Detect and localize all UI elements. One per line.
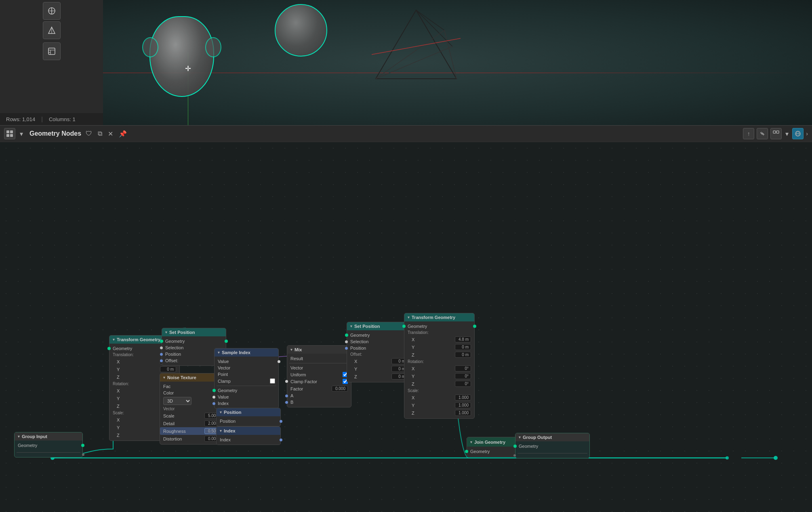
- toolbar-btn-1[interactable]: [43, 2, 61, 20]
- tg2-sx-label: X: [412, 395, 414, 400]
- sp2-ox-row: X 0 m: [347, 357, 411, 365]
- si-collapse[interactable]: ▾: [218, 350, 220, 355]
- tg2-geo-in: [402, 325, 406, 328]
- pin-icon[interactable]: 📌: [118, 129, 128, 139]
- toolbar-btn-2[interactable]: [43, 21, 61, 39]
- tg2-ry-row: Y 0°: [404, 372, 474, 380]
- tg1-rx-label: X: [117, 388, 120, 393]
- tg1-x-label: X: [117, 359, 120, 364]
- index-body: Index: [217, 435, 280, 445]
- tg1-sy-label: Y: [117, 425, 120, 430]
- join-collapse[interactable]: ▾: [470, 440, 472, 444]
- sp1-geo-out: [225, 340, 228, 343]
- upload-icon[interactable]: ↑: [743, 128, 754, 139]
- sp2-oz-row: Z 0 m: [347, 373, 411, 380]
- crosshair: ✛: [182, 63, 194, 75]
- noise-dist-label: Distortion: [163, 436, 182, 441]
- separator: |: [41, 116, 43, 122]
- sp1-collapse[interactable]: ▾: [165, 330, 167, 334]
- node-editor[interactable]: ▾ Group Input Geometry ▾ Transform Geome…: [0, 142, 812, 512]
- tg1-z-label: Z: [117, 375, 120, 380]
- svg-line-9: [416, 10, 444, 30]
- pos-collapse[interactable]: ▾: [220, 410, 222, 414]
- position-node: ▾ Position Position: [216, 408, 281, 426]
- svg-line-11: [376, 30, 444, 79]
- si-geo-row: Geometry: [215, 387, 278, 394]
- go-collapse[interactable]: ▾: [519, 435, 521, 439]
- group-input-header: ▾ Group Input: [15, 432, 82, 441]
- dropdown-arrow-icon[interactable]: ▾: [19, 129, 24, 139]
- position-body: Position: [217, 416, 280, 426]
- tg2-rz-label: Z: [412, 382, 414, 386]
- sp1-geo-row: Geometry: [162, 338, 226, 344]
- sp2-collapse[interactable]: ▾: [350, 324, 352, 328]
- tg2-rotation-label: Rotation:: [404, 359, 474, 365]
- collapse-icon-1[interactable]: ▾: [113, 338, 115, 342]
- go-geo-row: Geometry: [515, 443, 589, 449]
- tg1-ry-label: Y: [117, 396, 120, 401]
- idx-collapse[interactable]: ▾: [220, 429, 222, 433]
- svg-rect-18: [10, 134, 13, 137]
- group-input-node: ▾ Group Input Geometry: [14, 432, 83, 457]
- tg2-rx-val: 0°: [455, 365, 471, 371]
- tg2-collapse[interactable]: ▾: [408, 315, 410, 319]
- sp2-offset-label: Offset:: [350, 352, 362, 357]
- editor-type-btn[interactable]: [4, 128, 15, 139]
- sp2-pos-label: Position: [350, 346, 366, 350]
- tg2-rz-val: 0°: [455, 381, 471, 387]
- left-toolbar: Rows: 1,014 | Columns: 1: [0, 0, 103, 125]
- toolbar-btn-3[interactable]: [43, 42, 61, 60]
- pos-title: Position: [224, 410, 241, 415]
- svg-rect-19: [773, 131, 776, 133]
- transform-geo-1-title: Transform Geometry: [117, 337, 160, 342]
- sp1-header: ▾ Set Position: [162, 328, 226, 336]
- index-node: ▾ Index Index: [216, 426, 281, 445]
- group-output-node: ▾ Group Output Geometry: [515, 433, 590, 458]
- copy-icon[interactable]: ⧉: [97, 129, 103, 138]
- grid-icon[interactable]: [770, 128, 782, 139]
- sp2-header: ▾ Set Position: [347, 322, 411, 330]
- noise-dimension-select[interactable]: 3D4D1D2D: [163, 397, 191, 405]
- geometry-label: Geometry: [18, 443, 37, 448]
- noise-collapse[interactable]: ▾: [163, 376, 165, 380]
- mix-clamp-in: [285, 380, 288, 383]
- svg-rect-15: [6, 130, 9, 133]
- noise-title: Noise Texture: [167, 375, 196, 380]
- tg2-scale: Scale:: [408, 388, 419, 393]
- tg1-scale: Scale:: [113, 411, 124, 415]
- right-arrow-icon[interactable]: ›: [806, 130, 808, 137]
- si-value-row: Value: [215, 358, 278, 365]
- tg2-ry-val: 0°: [455, 373, 471, 379]
- sp2-geo-label: Geometry: [350, 333, 370, 338]
- close-icon[interactable]: ✕: [107, 129, 114, 139]
- sp2-pos-in: [345, 347, 348, 350]
- mix-collapse[interactable]: ▾: [290, 348, 292, 352]
- mix-a-label: A: [290, 393, 293, 398]
- si-clamp-checkbox[interactable]: [270, 378, 275, 384]
- dropdown-arrow-2-icon[interactable]: ▾: [784, 129, 790, 139]
- mix-b-row: B: [287, 399, 351, 405]
- go-geo-label: Geometry: [519, 444, 538, 449]
- tg2-sy-label: Y: [412, 403, 414, 408]
- tg2-geo-label: Geometry: [408, 324, 427, 329]
- shield-icon[interactable]: 🛡: [84, 129, 93, 138]
- tg2-sz-val: 1.000: [455, 410, 471, 416]
- sp1-geo-in: [160, 340, 163, 343]
- sp2-geo-in: [345, 334, 348, 337]
- tg2-sy-row: Y 1.000: [404, 401, 474, 409]
- tg2-z-val: 0 m: [455, 352, 471, 358]
- svg-rect-17: [6, 134, 9, 137]
- si-geo-label: Geometry: [218, 388, 237, 393]
- noise-distortion-row: Distortion 0.000: [160, 435, 224, 443]
- collapse-icon[interactable]: ▾: [18, 434, 20, 439]
- noise-scale-row: Scale 5.000: [160, 412, 224, 420]
- link-icon[interactable]: [757, 128, 768, 139]
- si-body: Value Vector Point Clamp Geometry Value: [215, 357, 278, 408]
- globe-icon[interactable]: [792, 128, 804, 139]
- tg1-rz-label: Z: [117, 404, 120, 409]
- tg2-y-label: Y: [412, 345, 414, 350]
- viewport-content: Rows: 1,014 | Columns: 1 ✛: [0, 0, 812, 125]
- tg2-header: ▾ Transform Geometry: [404, 313, 474, 321]
- go-geo-in: [513, 445, 517, 448]
- tg2-translation-label: Translation:: [404, 329, 474, 336]
